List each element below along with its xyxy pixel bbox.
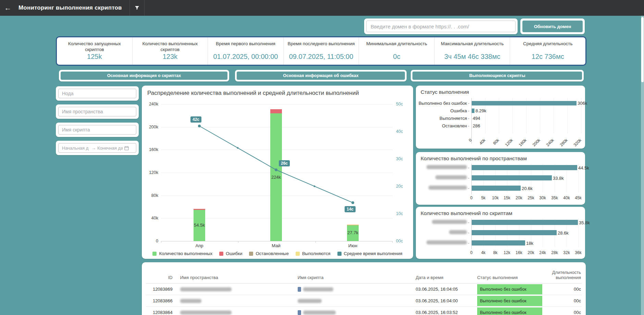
spaces-bar[interactable] (472, 165, 577, 170)
x-tick: 28k (551, 250, 558, 255)
tab-scripts-info[interactable]: Основная информация о скриптах (61, 72, 227, 80)
x-axis-line (161, 241, 393, 241)
avg-time-line[interactable] (161, 104, 393, 241)
status-bar[interactable] (472, 101, 577, 105)
date-range-picker[interactable]: → (58, 143, 136, 153)
x-tick: 0 (460, 138, 473, 151)
redacted-script-name (303, 287, 333, 291)
legend-label: Остановленные (256, 251, 288, 256)
x-tick: 20k (528, 250, 534, 255)
redacted-space-name (180, 299, 201, 303)
redacted-script-name (298, 299, 322, 303)
col-header-datetime: Дата и время (416, 275, 477, 280)
cell-datetime: 03.06.2025, 16:03:52 (416, 310, 477, 315)
y2-axis-tick: 50с (396, 102, 403, 106)
x-tick: 120k (501, 138, 514, 151)
cell-duration: 00с (544, 310, 582, 315)
y-axis-tick: 200k (149, 125, 158, 129)
domain-input[interactable] (366, 21, 516, 32)
redacted-script-label (449, 230, 467, 234)
col-header-status: Статус выполнения (477, 275, 544, 280)
x-tick: 12k (504, 250, 510, 255)
table-row[interactable]: 12083866 03.06.2025, 16:04:00 Выполнено … (146, 295, 582, 307)
legend-swatch (296, 252, 300, 256)
stat-card-first-run: Время первого выполнения 01.07.2025, 00:… (208, 37, 284, 65)
x-tick: 4k (481, 250, 486, 255)
tab-errors-info[interactable]: Основная информация об ошибках (237, 72, 405, 80)
redacted-space-label (429, 186, 467, 190)
col-header-duration: Длительность выполнения (544, 270, 582, 280)
y-axis-tick: 120k (149, 170, 158, 175)
x-tick: 45k (575, 196, 581, 200)
x-tick: 320k (569, 138, 582, 151)
calendar-icon[interactable] (124, 146, 129, 151)
scripts-chart-title: Количество выполнений по скриптам (421, 210, 512, 216)
scrollbar-thumb[interactable] (641, 17, 644, 82)
stat-label: Время первого выполнения (216, 41, 275, 47)
col-header-id: ID (146, 275, 175, 280)
stat-label: Время последнего выполнения (287, 41, 355, 47)
status-row-label: Выполнено без ошибок (416, 101, 469, 106)
executions-table-panel: ID Имя пространства Имя скрипта Дата и в… (142, 262, 586, 315)
status-row-label: Остановлен (416, 123, 469, 128)
filter-script-card (56, 123, 139, 137)
stat-label: Количество выполненных скриптов (136, 41, 205, 53)
y2-axis-tick: 20с (396, 184, 403, 189)
main-chart-panel: Распределение количества выполнений и ср… (142, 86, 413, 259)
redacted-space-name (180, 287, 232, 291)
scripts-bar[interactable] (472, 240, 525, 245)
line-point-label: 14с (345, 206, 356, 212)
script-filter-input[interactable] (58, 125, 136, 135)
x-tick: 0 (470, 196, 473, 200)
stat-card-completed: Количество выполненных скриптов 123k (133, 37, 208, 65)
x-tick: 8k (493, 250, 498, 255)
legend-item-avg-time[interactable]: Среднее время выполнения (337, 251, 402, 256)
tab-running-scripts[interactable]: Выполняющиеся скрипты (412, 72, 582, 80)
status-badge: Выполнено без ошибок (477, 307, 542, 315)
cell-datetime: 03.06.2025, 16:04:00 (416, 298, 477, 303)
x-tick: 35k (551, 196, 558, 200)
scripts-bar[interactable] (472, 230, 557, 235)
date-start-input[interactable] (62, 143, 90, 152)
col-header-space: Имя пространства (175, 275, 294, 280)
node-filter-input[interactable] (58, 89, 136, 98)
cell-duration: 00с (544, 298, 582, 303)
spaces-row-value: 33.8k (553, 176, 564, 181)
scripts-bar[interactable] (472, 220, 578, 225)
back-icon[interactable]: ← (0, 4, 16, 12)
y-axis-tick: 0 (156, 239, 158, 243)
stat-card-min-duration: Минимальная длительность 0с (359, 37, 435, 65)
legend-item-running[interactable]: Выполняются (296, 251, 331, 256)
update-domain-button[interactable]: Обновить домен (522, 21, 583, 32)
table-row[interactable]: 12083864 03.06.2025, 16:03:52 Выполнено … (146, 307, 582, 315)
spaces-bar[interactable] (472, 175, 552, 180)
filter-date-card: → (56, 141, 139, 155)
spaces-chart-title: Количество выполнений по пространствам (421, 155, 527, 162)
scripts-row-value: 18k (526, 241, 533, 246)
main-chart-plot: 240k 200k 160k 120k 80k 40k 0 50с 40с 30… (161, 104, 393, 241)
x-category-label: Май (272, 243, 280, 248)
status-bar[interactable] (472, 109, 474, 113)
x-tick: 20k (516, 196, 522, 200)
redacted-script-label (432, 220, 467, 224)
space-filter-input[interactable] (58, 107, 136, 116)
x-tick: 280k (556, 138, 569, 151)
cell-id: 12083866 (146, 298, 175, 303)
legend-item-completed[interactable]: Количество выполненных (152, 251, 212, 256)
cell-datetime: 03.06.2025, 16:04:05 (416, 287, 477, 292)
scrollbar-track[interactable] (641, 16, 644, 315)
redacted-script-name (303, 311, 336, 315)
status-row-value: 494 (473, 116, 480, 121)
filter-icon[interactable] (130, 0, 144, 16)
legend-label: Выполняются (302, 251, 331, 256)
stats-bar: Количество запущенных скриптов 125k Коли… (56, 36, 586, 66)
status-row-value: 8.29k (475, 108, 486, 113)
spaces-bar[interactable] (472, 186, 521, 191)
redacted-space-name (180, 311, 232, 315)
date-end-input[interactable] (97, 143, 123, 152)
legend-item-errors[interactable]: Ошибки (219, 251, 242, 256)
stat-value: 123k (163, 53, 177, 62)
status-chart-title: Статус выполнения (421, 89, 469, 95)
table-row[interactable]: 12083869 03.06.2025, 16:04:05 Выполнено … (146, 284, 582, 295)
legend-item-stopped[interactable]: Остановленные (249, 251, 288, 256)
